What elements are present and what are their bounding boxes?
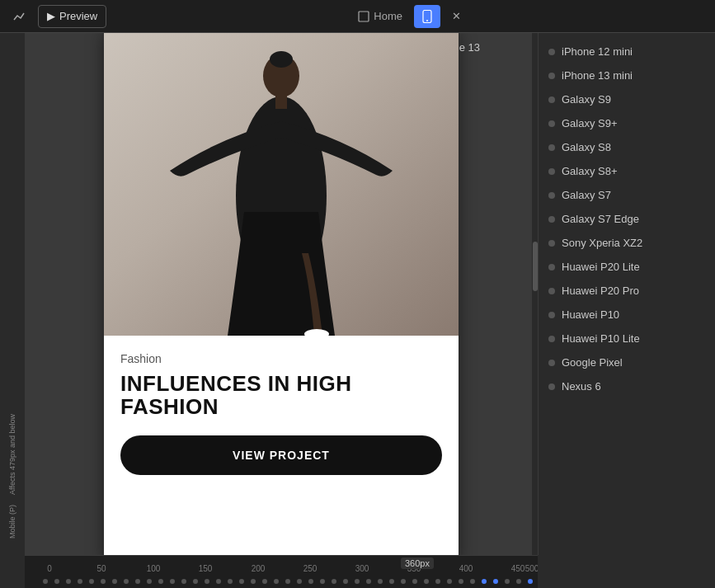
chart-icon-button[interactable] xyxy=(7,5,33,28)
affects-label: Affects 479px and below xyxy=(8,414,17,495)
device-item-galaxy-s8[interactable]: Galaxy S8 xyxy=(539,135,715,159)
ruler-dot-8 xyxy=(135,579,140,584)
device-label-galaxy-s8-plus: Galaxy S8+ xyxy=(562,165,618,177)
home-label: Home xyxy=(374,10,402,22)
ruler-dot-17 xyxy=(239,579,244,584)
device-label-google-pixel: Google Pixel xyxy=(562,356,623,369)
preview-label: Preview xyxy=(59,10,97,22)
ruler-dot-19 xyxy=(262,579,267,584)
device-list-panel: iPhone 12 miniiPhone 13 miniGalaxy S9Gal… xyxy=(538,33,715,555)
device-label-galaxy-s8: Galaxy S8 xyxy=(562,141,611,153)
device-item-huawei-p20-lite[interactable]: Huawei P20 Lite xyxy=(539,255,715,279)
device-toggle-button[interactable] xyxy=(414,5,440,28)
ruler-dot-10 xyxy=(158,579,163,584)
svg-point-6 xyxy=(270,51,293,68)
ruler-dots xyxy=(25,576,538,586)
ruler-dot-2 xyxy=(66,579,71,584)
ruler-dot-12 xyxy=(181,579,186,584)
device-item-huawei-p20-pro[interactable]: Huawei P20 Pro xyxy=(539,279,715,303)
ruler-dot-33 xyxy=(424,579,429,584)
device-label-sony-xperia-xz2: Sony Xperia XZ2 xyxy=(562,237,642,249)
ruler-dot-41 xyxy=(516,579,521,584)
device-dot-huawei-p10 xyxy=(548,312,555,318)
ruler-dot-25 xyxy=(332,579,336,584)
ruler-dot-23 xyxy=(308,579,313,584)
device-label-galaxy-s7: Galaxy S7 xyxy=(562,189,611,201)
device-dot-galaxy-s7 xyxy=(548,192,555,199)
device-item-nexus-6[interactable]: Nexus 6 xyxy=(539,374,715,398)
device-dot-google-pixel xyxy=(548,360,555,366)
close-button[interactable]: ✕ xyxy=(445,5,468,28)
fashion-image xyxy=(104,33,459,336)
ruler-dot-9 xyxy=(147,579,152,584)
bottom-ruler: 0 50 100 150 200 250 300 350 400 450 500… xyxy=(25,555,538,588)
ruler-dot-20 xyxy=(274,579,279,584)
toolbar: ▶ Preview Home ✕ xyxy=(0,0,715,33)
ruler-dot-3 xyxy=(78,579,82,584)
preview-button[interactable]: ▶ Preview xyxy=(38,5,106,28)
device-dot-galaxy-s7-edge xyxy=(548,216,555,223)
close-icon: ✕ xyxy=(452,10,461,22)
ruler-dot-16 xyxy=(228,579,233,584)
ruler-dot-18 xyxy=(251,579,256,584)
device-label-huawei-p20-pro: Huawei P20 Pro xyxy=(562,285,639,297)
device-item-google-pixel[interactable]: Google Pixel xyxy=(539,350,715,374)
device-dot-iphone-13-mini xyxy=(548,73,555,79)
device-item-galaxy-s9[interactable]: Galaxy S9 xyxy=(539,87,715,111)
device-dot-galaxy-s8 xyxy=(548,144,555,151)
ruler-dot-4 xyxy=(89,579,94,584)
view-project-button[interactable]: VIEW PROJECT xyxy=(120,435,442,475)
ruler-dot-29 xyxy=(378,579,383,584)
ruler-dot-38 xyxy=(482,579,487,584)
ruler-dot-7 xyxy=(124,579,129,584)
ruler-dot-35 xyxy=(447,579,452,584)
device-label-iphone-12-mini: iPhone 12 mini xyxy=(562,45,633,58)
device-dot-galaxy-s9-plus xyxy=(548,120,555,127)
device-item-galaxy-s8-plus[interactable]: Galaxy S8+ xyxy=(539,159,715,183)
fashion-category: Fashion xyxy=(120,352,442,365)
fashion-image-bg xyxy=(104,33,459,336)
device-item-huawei-p10[interactable]: Huawei P10 xyxy=(539,303,715,327)
ruler-dot-14 xyxy=(205,579,209,584)
device-item-huawei-p10-lite[interactable]: Huawei P10 Lite xyxy=(539,327,715,350)
device-dot-huawei-p10-lite xyxy=(548,336,555,342)
ruler-dot-40 xyxy=(505,579,510,584)
canvas-scrollbar[interactable] xyxy=(531,33,538,555)
device-item-galaxy-s9-plus[interactable]: Galaxy S9+ xyxy=(539,111,715,135)
device-dot-nexus-6 xyxy=(548,383,555,390)
fashion-svg xyxy=(104,33,459,336)
ruler-dot-6 xyxy=(112,579,117,584)
ruler-dot-27 xyxy=(355,579,360,584)
svg-rect-7 xyxy=(275,92,287,109)
mobile-label: Mobile (P) xyxy=(8,505,17,539)
device-item-galaxy-s7[interactable]: Galaxy S7 xyxy=(539,183,715,207)
ruler-dot-15 xyxy=(216,579,221,584)
ruler-dot-42 xyxy=(528,579,533,584)
device-label-galaxy-s7-edge: Galaxy S7 Edge xyxy=(562,213,639,225)
play-icon: ▶ xyxy=(47,10,55,22)
ruler-dot-37 xyxy=(470,579,475,584)
device-item-galaxy-s7-edge[interactable]: Galaxy S7 Edge xyxy=(539,207,715,231)
device-label-iphone-13-mini: iPhone 13 mini xyxy=(562,69,633,82)
device-label-huawei-p10: Huawei P10 xyxy=(562,308,619,321)
ruler-dot-32 xyxy=(412,579,417,584)
ruler-360px-tooltip: 360px xyxy=(401,557,434,569)
ruler-dot-34 xyxy=(435,579,440,584)
fashion-content: Fashion INFLUENCES IN HIGH FASHION VIEW … xyxy=(104,336,459,500)
fashion-title: INFLUENCES IN HIGH FASHION xyxy=(120,372,442,419)
ruler-dot-24 xyxy=(320,579,325,584)
device-dot-galaxy-s8-plus xyxy=(548,168,555,175)
device-dot-huawei-p20-lite xyxy=(548,264,555,270)
device-dot-iphone-12-mini xyxy=(548,49,555,55)
device-label-huawei-p10-lite: Huawei P10 Lite xyxy=(562,332,640,345)
ruler-dot-26 xyxy=(343,579,348,584)
vertical-labels: Affects 479px and below Mobile (P) xyxy=(0,33,25,572)
home-button[interactable]: Home xyxy=(351,5,409,28)
device-item-iphone-12-mini[interactable]: iPhone 12 mini xyxy=(539,40,715,64)
device-item-sony-xperia-xz2[interactable]: Sony Xperia XZ2 xyxy=(539,231,715,255)
ruler-dot-1 xyxy=(54,579,59,584)
ruler-dot-39 xyxy=(493,579,498,584)
device-item-iphone-13-mini[interactable]: iPhone 13 mini xyxy=(539,64,715,87)
device-label-galaxy-s9-plus: Galaxy S9+ xyxy=(562,117,618,129)
ruler-dot-30 xyxy=(389,579,394,584)
